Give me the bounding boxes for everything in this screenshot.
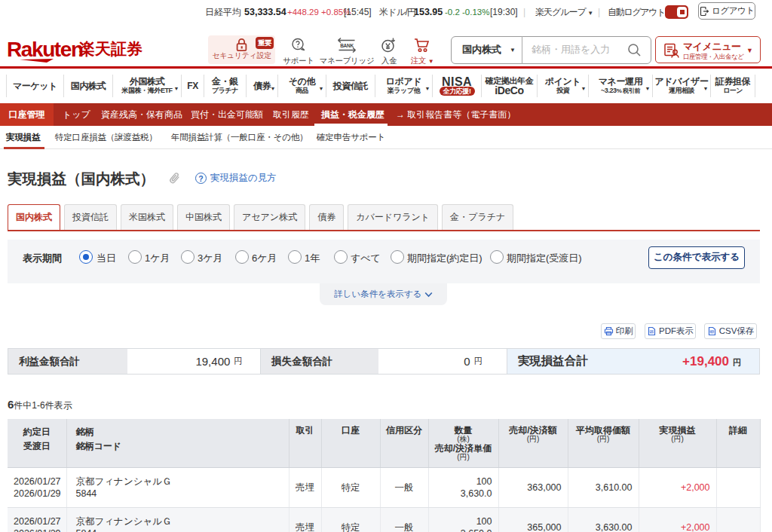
svg-text:CSV: CSV xyxy=(709,331,714,334)
svg-text:Rakuten: Rakuten xyxy=(7,38,83,61)
svg-text:PDF: PDF xyxy=(650,331,654,334)
svg-text:BANK: BANK xyxy=(340,43,354,48)
svg-text:楽天証券: 楽天証券 xyxy=(78,40,142,57)
